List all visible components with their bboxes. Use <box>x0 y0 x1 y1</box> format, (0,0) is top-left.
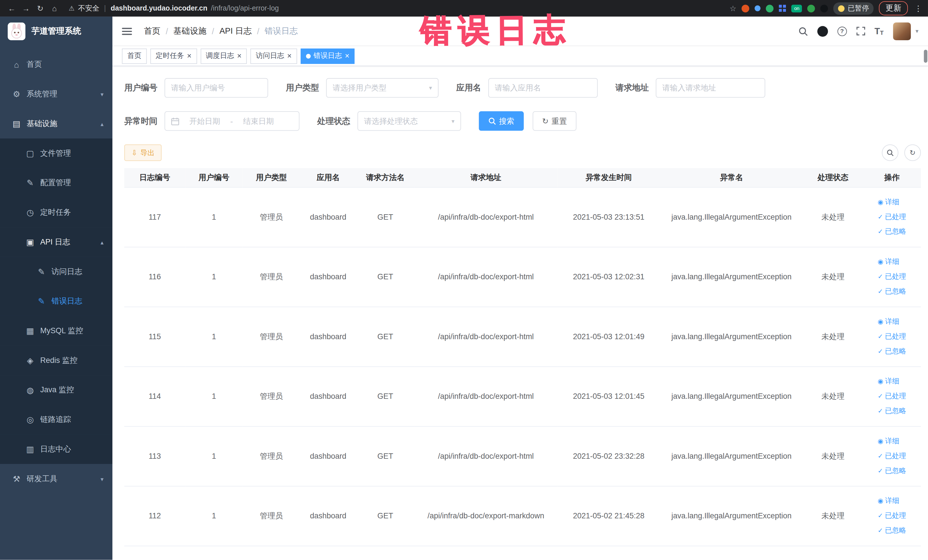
detail-link[interactable]: ◉详细 <box>878 197 899 207</box>
detail-link[interactable]: ◉详细 <box>878 317 899 327</box>
processed-link[interactable]: ✓已处理 <box>878 511 906 520</box>
close-icon[interactable]: × <box>287 52 292 60</box>
chrome-menu-icon[interactable]: ⋮ <box>914 4 922 12</box>
update-button[interactable]: 更新 <box>879 1 908 15</box>
processed-link[interactable]: ✓已处理 <box>878 391 906 401</box>
app-name-input[interactable] <box>495 84 591 92</box>
filter-process-status: 处理状态 ▾ <box>317 111 461 131</box>
sidebar-item-5[interactable]: ◷定时任务 <box>0 198 112 227</box>
cell-app: dashboard <box>300 187 356 247</box>
sidebar-item-8[interactable]: ✎错误日志 <box>0 287 112 316</box>
reset-button[interactable]: ↻ 重置 <box>533 111 576 131</box>
home-icon[interactable]: ⌂ <box>49 4 60 12</box>
sidebar-item-0[interactable]: ⌂首页 <box>0 50 112 79</box>
navbar-right-cluster: ? TT ▾ <box>798 22 919 40</box>
tab-3[interactable]: 访问日志× <box>250 48 297 64</box>
sidebar-item-2[interactable]: ▤基础设施▴ <box>0 109 112 139</box>
sidebar-item-3[interactable]: ▢文件管理 <box>0 138 112 168</box>
close-icon[interactable]: × <box>345 52 350 60</box>
processed-link[interactable]: ✓已处理 <box>878 451 906 461</box>
sidebar-item-1[interactable]: ⚙系统管理▾ <box>0 79 112 109</box>
process-status-select[interactable]: ▾ <box>357 111 461 131</box>
processed-link[interactable]: ✓已处理 <box>878 331 906 342</box>
detail-link[interactable]: ◉详细 <box>878 376 899 386</box>
back-icon[interactable]: ← <box>6 4 18 12</box>
ignored-link[interactable]: ✓已忽略 <box>878 525 906 536</box>
user-id-input[interactable] <box>171 84 262 92</box>
tab-4[interactable]: 错误日志× <box>301 48 355 64</box>
breadcrumb-item-1[interactable]: 基础设施 <box>174 26 206 36</box>
paused-badge[interactable]: 已暂停 <box>833 2 874 15</box>
user-id-input-wrap <box>165 78 268 98</box>
chevron-down-icon[interactable]: ▾ <box>916 28 918 35</box>
user-type-select-input[interactable] <box>333 84 426 92</box>
sidebar-item-4[interactable]: ✎配置管理 <box>0 168 112 198</box>
export-button[interactable]: ⇩ 导出 <box>124 144 162 161</box>
close-icon[interactable]: × <box>187 52 192 60</box>
scrollbar-thumb[interactable] <box>924 50 927 63</box>
reload-icon[interactable]: ↻ <box>34 4 46 12</box>
sidebar-item-7[interactable]: ✎访问日志 <box>0 257 112 287</box>
help-icon[interactable]: ? <box>837 26 847 36</box>
date-end-input[interactable] <box>237 117 281 125</box>
ignored-link[interactable]: ✓已忽略 <box>878 287 906 296</box>
refresh-button[interactable]: ↻ <box>904 144 921 161</box>
search-icon[interactable] <box>798 26 807 36</box>
user-type-select[interactable]: ▾ <box>326 78 438 98</box>
sidebar-item-13[interactable]: ▥日志中心 <box>0 435 112 464</box>
cell-user-id: 1 <box>185 307 243 366</box>
forward-icon[interactable]: → <box>20 4 32 12</box>
process-status-select-input[interactable] <box>364 117 448 125</box>
tab-0[interactable]: 首页 <box>122 48 147 64</box>
sidebar-item-9[interactable]: ▦MySQL 监控 <box>0 316 112 346</box>
ignored-link[interactable]: ✓已忽略 <box>878 466 906 476</box>
chrome-right-cluster: ☆ on 已暂停 更新 ⋮ <box>730 1 922 15</box>
address-bar[interactable]: ⚠ 不安全 | dashboard.yudao.iocoder.cn/infra… <box>69 3 279 13</box>
close-icon[interactable]: × <box>237 52 242 60</box>
request-url-input[interactable] <box>662 84 759 92</box>
bookmark-star-icon[interactable]: ☆ <box>730 4 736 12</box>
tab-1[interactable]: 定时任务× <box>150 48 197 64</box>
check-icon: ✓ <box>878 348 883 355</box>
sidebar-item-6[interactable]: ▣API 日志▴ <box>0 227 112 257</box>
column-header-7: 异常名 <box>660 168 803 187</box>
ignored-link[interactable]: ✓已忽略 <box>878 227 906 237</box>
fullscreen-icon[interactable] <box>856 26 865 35</box>
action-label: 详细 <box>885 257 899 267</box>
extension-icon-blue[interactable] <box>755 5 761 11</box>
breadcrumb-item-0[interactable]: 首页 <box>144 26 160 36</box>
logo[interactable]: 芋道管理系统 <box>0 17 112 46</box>
avatar[interactable] <box>893 22 911 40</box>
search-toggle-button[interactable] <box>882 144 898 161</box>
tab-label: 定时任务 <box>156 51 184 61</box>
github-icon[interactable] <box>817 26 827 36</box>
navbar: 首页/基础设施/API 日志/错误日志 ? TT ▾ <box>112 17 928 46</box>
tab-2[interactable]: 调度日志× <box>200 48 247 64</box>
search-button[interactable]: 搜索 <box>479 111 524 131</box>
detail-link[interactable]: ◉详细 <box>878 257 899 267</box>
detail-link[interactable]: ◉详细 <box>878 436 899 446</box>
sidebar-item-11[interactable]: ◍Java 监控 <box>0 375 112 405</box>
exception-time-range-picker[interactable]: - <box>165 111 299 131</box>
extension-icon-leaf[interactable] <box>807 5 815 12</box>
sidebar-item-14[interactable]: ⚒研发工具▾ <box>0 464 112 493</box>
date-start-input[interactable] <box>183 117 227 125</box>
ignored-link[interactable]: ✓已忽略 <box>878 406 906 416</box>
breadcrumb-item-2[interactable]: API 日志 <box>219 26 252 36</box>
processed-link[interactable]: ✓已处理 <box>878 212 906 222</box>
processed-link[interactable]: ✓已处理 <box>878 272 906 282</box>
error-log-table: 日志编号用户编号用户类型应用名请求方法名请求地址异常发生时间异常名处理状态操作1… <box>124 168 921 546</box>
table-row: 1121管理员dashboardGET/api/infra/db-doc/exp… <box>124 486 921 546</box>
sidebar-item-10[interactable]: ◈Redis 监控 <box>0 346 112 375</box>
extension-on-badge[interactable]: on <box>791 5 802 12</box>
ignored-link[interactable]: ✓已忽略 <box>878 346 906 356</box>
extension-icon-orange[interactable] <box>742 5 749 12</box>
extension-grid-icon[interactable] <box>779 5 786 12</box>
sidebar-item-label: MySQL 监控 <box>40 325 83 336</box>
sidebar-item-12[interactable]: ◎链路追踪 <box>0 405 112 435</box>
extension-icon-green[interactable] <box>766 5 774 12</box>
extension-icon-dark[interactable] <box>820 5 828 12</box>
detail-link[interactable]: ◉详细 <box>878 496 899 506</box>
hamburger-icon[interactable] <box>122 27 132 35</box>
font-size-icon[interactable]: TT <box>875 26 884 36</box>
